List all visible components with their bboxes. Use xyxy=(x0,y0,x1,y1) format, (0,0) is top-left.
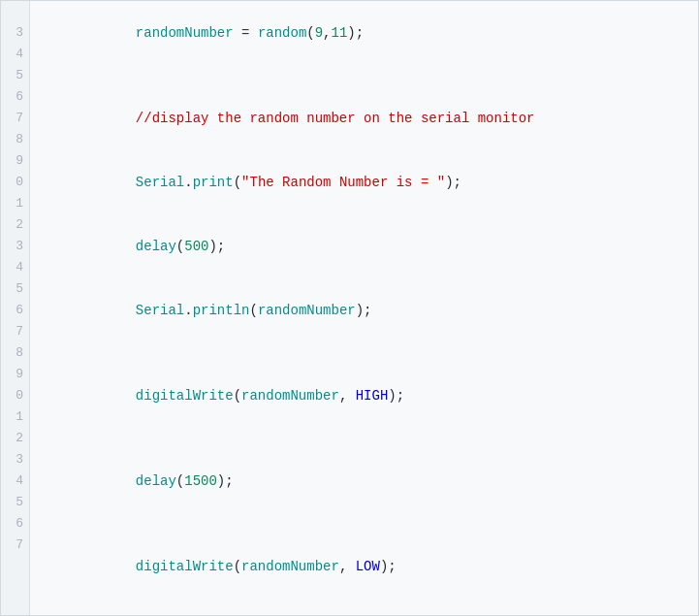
code-line: delay(1500); xyxy=(38,449,690,513)
code-line: Serial.print("The Random Number is = "); xyxy=(38,150,690,214)
code-editor: 3 4 5 6 7 8 9 0 1 2 3 4 5 6 7 8 9 0 1 2 … xyxy=(0,0,699,616)
line-numbers: 3 4 5 6 7 8 9 0 1 2 3 4 5 6 7 8 9 0 1 2 … xyxy=(1,1,30,615)
code-line: delay(500); xyxy=(38,214,690,278)
code-lines: randomNumber = random(9,11); //display t… xyxy=(30,1,698,615)
code-line xyxy=(38,342,690,364)
code-line: randomNumber = random(9,11); xyxy=(38,1,690,65)
code-line: digitalWrite(randomNumber, HIGH); xyxy=(38,364,690,428)
code-line: digitalWrite(randomNumber, LOW); xyxy=(38,535,690,599)
code-line xyxy=(38,428,690,449)
code-line xyxy=(38,513,690,535)
code-line xyxy=(38,65,690,86)
code-line: Serial.println(randomNumber); xyxy=(38,278,690,342)
code-line: if (randomNumber == 9) xyxy=(38,599,690,615)
code-line: //display the random number on the seria… xyxy=(38,86,690,150)
